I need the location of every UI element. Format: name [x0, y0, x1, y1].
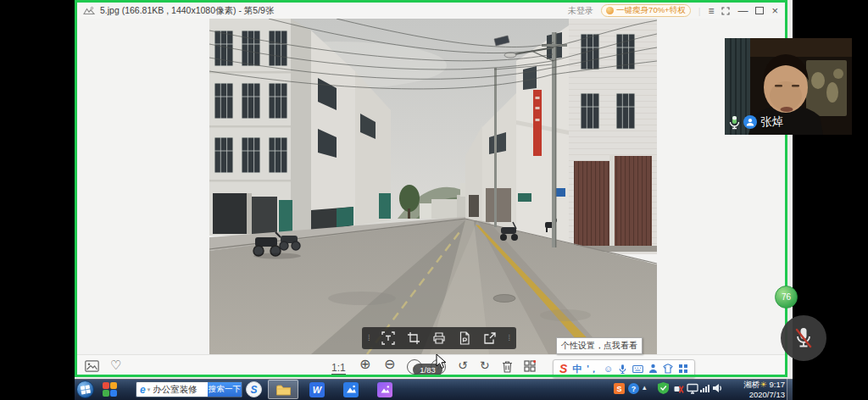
maximize-button[interactable] [755, 7, 764, 14]
pdf-export-icon[interactable] [458, 331, 471, 345]
ime-toolbox-icon[interactable] [678, 364, 688, 374]
taskbar-wps-button[interactable]: W [302, 380, 332, 399]
chinese-mode-icon[interactable]: 中 [572, 363, 581, 375]
skin-shirt-icon[interactable] [663, 364, 673, 374]
close-button[interactable]: × [771, 6, 778, 16]
open-external-icon[interactable] [483, 331, 497, 345]
participant-info: 张焯 [729, 114, 783, 130]
meeting-app-icon [343, 382, 359, 397]
windows-flag-icon [81, 385, 91, 395]
coin-icon [606, 7, 614, 14]
ocr-text-recognition-icon[interactable] [381, 331, 395, 345]
webcam-video-tile: 张焯 [725, 38, 852, 135]
photo-hover-toolbar: ⁞ ⁞ [362, 327, 516, 349]
tray-security-shield-icon[interactable] [658, 382, 669, 394]
weather-time-line: 湘桥☀ 9:17 [726, 380, 785, 390]
weather-sun-icon: ☀ [760, 380, 767, 389]
taskbar-explorer-button[interactable] [268, 380, 298, 399]
speed-ball-widget[interactable]: 76 [775, 286, 798, 308]
tray-time: 9:17 [770, 380, 786, 389]
rotate-right-icon[interactable]: ↻ [480, 359, 490, 371]
emoji-icon[interactable]: ☺ [604, 364, 613, 374]
delete-trash-icon[interactable] [502, 360, 513, 373]
more-apps-grid-icon[interactable] [524, 360, 536, 372]
caret-down-icon[interactable]: ▾ [147, 386, 151, 393]
voice-input-icon[interactable] [618, 364, 627, 375]
handwriting-person-icon[interactable] [648, 364, 658, 374]
ie-icon: e [140, 384, 146, 396]
photo-app-icon [83, 6, 95, 15]
window-title: 5.jpg (166.81KB , 1440x1080像素) - 第5/9张 [100, 5, 274, 17]
tray-volume-icon[interactable] [712, 383, 723, 393]
settings-tooltip: 个性设置，点我看看 [556, 337, 643, 354]
browser-2345-icon[interactable] [103, 382, 117, 397]
tray-hidden-icons-arrow[interactable]: ▴ [643, 383, 647, 392]
folder-icon [275, 383, 292, 397]
tray-help-icon[interactable]: ? [628, 383, 639, 394]
weather-city: 湘桥 [743, 380, 760, 389]
browse-gallery-icon[interactable] [85, 360, 99, 372]
rotate-left-icon[interactable]: ↺ [458, 359, 468, 371]
tray-signal-bars-icon[interactable] [700, 384, 709, 392]
start-button[interactable] [76, 381, 94, 398]
fullscreen-icon[interactable] [721, 7, 730, 15]
mic-active-icon [729, 115, 740, 130]
soft-keyboard-icon[interactable] [632, 364, 643, 374]
street-photo [209, 19, 657, 354]
viewer-titlebar: 5.jpg (166.81KB , 1440x1080像素) - 第5/9张 未… [77, 3, 785, 19]
toolbar-grip: ⁞ [508, 334, 510, 342]
screen: 5.jpg (166.81KB , 1440x1080像素) - 第5/9张 未… [0, 0, 868, 400]
page-indicator-badge: 1/83 [413, 364, 442, 376]
tray-device-error-icon[interactable] [673, 383, 684, 394]
mic-muted-button[interactable] [781, 315, 826, 361]
print-icon[interactable] [432, 331, 446, 345]
wps-icon: W [309, 382, 325, 397]
actual-size-button[interactable]: 1:1 [331, 362, 346, 375]
participant-name: 张焯 [760, 114, 783, 130]
login-status[interactable]: 未登录 [568, 5, 593, 17]
taskbar-photo-app-button[interactable] [370, 380, 400, 399]
mic-muted-icon [793, 325, 815, 351]
participant-avatar-icon [743, 115, 757, 129]
punctuation-icon[interactable]: '， [587, 363, 598, 375]
sogou-logo-icon[interactable]: S [559, 362, 567, 375]
tray-clock[interactable]: 湘桥☀ 9:17 2020/7/13 [726, 380, 785, 399]
menu-icon[interactable]: ≡ [708, 6, 714, 16]
zoom-out-icon[interactable]: ⊖ [384, 358, 395, 370]
toolbar-grip: ⁞ [368, 334, 370, 342]
photo-app-icon [377, 382, 392, 397]
tray-sogou-icon[interactable]: S [614, 383, 625, 394]
minimize-button[interactable]: — [737, 6, 748, 16]
taskbar-sogou-icon[interactable]: S [246, 381, 262, 397]
slim-promo-badge[interactable]: 一键瘦身70%+特权 [601, 4, 691, 17]
taskbar-meeting-button[interactable] [336, 380, 366, 399]
show-desktop-button[interactable] [787, 379, 793, 400]
favorite-heart-icon[interactable]: ♡ [110, 359, 121, 371]
search-query-text[interactable]: 办公室装修 [153, 384, 208, 396]
zoom-in-icon[interactable]: ⊕ [359, 358, 370, 370]
taskbar-search-box[interactable]: e ▾ 办公室装修 搜索一下 [136, 381, 242, 397]
tray-monitor-icon[interactable] [687, 383, 698, 394]
crop-icon[interactable] [407, 331, 420, 345]
ime-language-bar[interactable]: S 中 '， ☺ [553, 359, 695, 378]
search-submit-button[interactable]: 搜索一下 [208, 382, 242, 397]
tray-date: 2020/7/13 [726, 390, 785, 400]
